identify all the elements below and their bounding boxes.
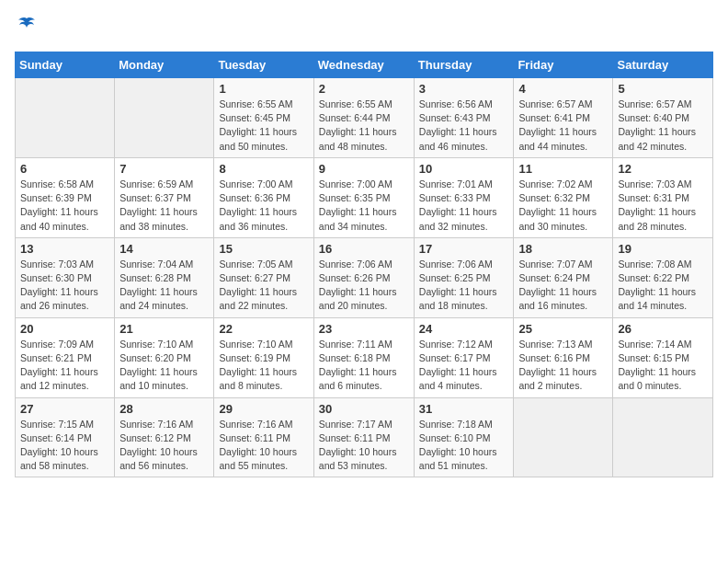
calendar-cell xyxy=(16,78,115,158)
calendar-cell: 15Sunrise: 7:05 AM Sunset: 6:27 PM Dayli… xyxy=(214,237,313,317)
day-info: Sunrise: 7:16 AM Sunset: 6:11 PM Dayligh… xyxy=(219,418,308,474)
day-info: Sunrise: 7:06 AM Sunset: 6:26 PM Dayligh… xyxy=(319,258,409,314)
calendar-cell: 28Sunrise: 7:16 AM Sunset: 6:12 PM Dayli… xyxy=(115,397,214,477)
day-info: Sunrise: 7:01 AM Sunset: 6:33 PM Dayligh… xyxy=(419,178,509,234)
column-header-saturday: Saturday xyxy=(613,52,713,78)
day-info: Sunrise: 7:05 AM Sunset: 6:27 PM Dayligh… xyxy=(219,258,308,314)
calendar-cell xyxy=(613,397,713,477)
day-number: 24 xyxy=(419,322,509,336)
day-info: Sunrise: 7:10 AM Sunset: 6:20 PM Dayligh… xyxy=(119,338,209,394)
calendar-week-4: 20Sunrise: 7:09 AM Sunset: 6:21 PM Dayli… xyxy=(16,317,713,397)
day-number: 23 xyxy=(319,322,409,336)
calendar-cell: 29Sunrise: 7:16 AM Sunset: 6:11 PM Dayli… xyxy=(214,397,313,477)
day-info: Sunrise: 7:17 AM Sunset: 6:11 PM Dayligh… xyxy=(319,418,409,474)
day-info: Sunrise: 7:07 AM Sunset: 6:24 PM Dayligh… xyxy=(518,258,608,314)
calendar-cell: 10Sunrise: 7:01 AM Sunset: 6:33 PM Dayli… xyxy=(414,157,514,237)
calendar-cell xyxy=(115,78,214,158)
day-number: 22 xyxy=(219,322,308,336)
day-number: 17 xyxy=(419,242,509,256)
calendar-cell: 8Sunrise: 7:00 AM Sunset: 6:36 PM Daylig… xyxy=(214,157,313,237)
calendar-cell: 20Sunrise: 7:09 AM Sunset: 6:21 PM Dayli… xyxy=(16,317,115,397)
day-number: 20 xyxy=(20,322,109,336)
column-header-friday: Friday xyxy=(514,52,613,78)
day-number: 21 xyxy=(119,322,209,336)
day-number: 2 xyxy=(319,82,409,96)
calendar-cell: 2Sunrise: 6:55 AM Sunset: 6:44 PM Daylig… xyxy=(313,78,414,158)
day-info: Sunrise: 7:12 AM Sunset: 6:17 PM Dayligh… xyxy=(419,338,509,394)
day-info: Sunrise: 7:02 AM Sunset: 6:32 PM Dayligh… xyxy=(518,178,608,234)
calendar-cell: 21Sunrise: 7:10 AM Sunset: 6:20 PM Dayli… xyxy=(115,317,214,397)
day-number: 13 xyxy=(20,242,109,256)
day-number: 12 xyxy=(618,162,708,176)
day-number: 29 xyxy=(219,402,308,416)
column-header-thursday: Thursday xyxy=(414,52,514,78)
calendar-cell: 19Sunrise: 7:08 AM Sunset: 6:22 PM Dayli… xyxy=(613,237,713,317)
calendar-cell: 30Sunrise: 7:17 AM Sunset: 6:11 PM Dayli… xyxy=(313,397,414,477)
day-info: Sunrise: 6:57 AM Sunset: 6:41 PM Dayligh… xyxy=(518,98,608,154)
day-number: 3 xyxy=(419,82,509,96)
logo xyxy=(15,15,37,40)
day-number: 11 xyxy=(518,162,608,176)
day-number: 18 xyxy=(518,242,608,256)
calendar-cell: 12Sunrise: 7:03 AM Sunset: 6:31 PM Dayli… xyxy=(613,157,713,237)
page-header xyxy=(15,15,713,40)
day-number: 26 xyxy=(618,322,708,336)
calendar-table: SundayMondayTuesdayWednesdayThursdayFrid… xyxy=(15,52,713,477)
day-number: 7 xyxy=(119,162,209,176)
calendar-cell: 18Sunrise: 7:07 AM Sunset: 6:24 PM Dayli… xyxy=(514,237,613,317)
day-number: 28 xyxy=(119,402,209,416)
day-number: 19 xyxy=(618,242,708,256)
calendar-cell: 5Sunrise: 6:57 AM Sunset: 6:40 PM Daylig… xyxy=(613,78,713,158)
calendar-cell: 24Sunrise: 7:12 AM Sunset: 6:17 PM Dayli… xyxy=(414,317,514,397)
calendar-week-1: 1Sunrise: 6:55 AM Sunset: 6:45 PM Daylig… xyxy=(16,78,713,158)
calendar-cell: 23Sunrise: 7:11 AM Sunset: 6:18 PM Dayli… xyxy=(313,317,414,397)
calendar-week-3: 13Sunrise: 7:03 AM Sunset: 6:30 PM Dayli… xyxy=(16,237,713,317)
calendar-header-row: SundayMondayTuesdayWednesdayThursdayFrid… xyxy=(16,52,713,78)
day-info: Sunrise: 7:13 AM Sunset: 6:16 PM Dayligh… xyxy=(518,338,608,394)
day-info: Sunrise: 7:14 AM Sunset: 6:15 PM Dayligh… xyxy=(618,338,708,394)
calendar-cell: 9Sunrise: 7:00 AM Sunset: 6:35 PM Daylig… xyxy=(313,157,414,237)
day-number: 8 xyxy=(219,162,308,176)
day-number: 14 xyxy=(119,242,209,256)
day-info: Sunrise: 7:16 AM Sunset: 6:12 PM Dayligh… xyxy=(119,418,209,474)
calendar-cell: 4Sunrise: 6:57 AM Sunset: 6:41 PM Daylig… xyxy=(514,78,613,158)
calendar-cell: 13Sunrise: 7:03 AM Sunset: 6:30 PM Dayli… xyxy=(16,237,115,317)
day-number: 31 xyxy=(419,402,509,416)
calendar-cell: 3Sunrise: 6:56 AM Sunset: 6:43 PM Daylig… xyxy=(414,78,514,158)
day-number: 15 xyxy=(219,242,308,256)
calendar-cell: 1Sunrise: 6:55 AM Sunset: 6:45 PM Daylig… xyxy=(214,78,313,158)
day-info: Sunrise: 7:00 AM Sunset: 6:35 PM Dayligh… xyxy=(319,178,409,234)
calendar-week-2: 6Sunrise: 6:58 AM Sunset: 6:39 PM Daylig… xyxy=(16,157,713,237)
day-number: 25 xyxy=(518,322,608,336)
day-info: Sunrise: 7:03 AM Sunset: 6:31 PM Dayligh… xyxy=(618,178,708,234)
day-info: Sunrise: 6:57 AM Sunset: 6:40 PM Dayligh… xyxy=(618,98,708,154)
column-header-monday: Monday xyxy=(115,52,214,78)
calendar-cell: 14Sunrise: 7:04 AM Sunset: 6:28 PM Dayli… xyxy=(115,237,214,317)
day-info: Sunrise: 6:55 AM Sunset: 6:45 PM Dayligh… xyxy=(219,98,308,154)
calendar-cell: 26Sunrise: 7:14 AM Sunset: 6:15 PM Dayli… xyxy=(613,317,713,397)
day-number: 1 xyxy=(219,82,308,96)
day-number: 10 xyxy=(419,162,509,176)
day-info: Sunrise: 6:55 AM Sunset: 6:44 PM Dayligh… xyxy=(319,98,409,154)
day-info: Sunrise: 7:06 AM Sunset: 6:25 PM Dayligh… xyxy=(419,258,509,314)
column-header-wednesday: Wednesday xyxy=(313,52,414,78)
day-info: Sunrise: 7:03 AM Sunset: 6:30 PM Dayligh… xyxy=(20,258,109,314)
day-number: 6 xyxy=(20,162,109,176)
calendar-cell: 11Sunrise: 7:02 AM Sunset: 6:32 PM Dayli… xyxy=(514,157,613,237)
day-info: Sunrise: 7:08 AM Sunset: 6:22 PM Dayligh… xyxy=(618,258,708,314)
calendar-cell: 31Sunrise: 7:18 AM Sunset: 6:10 PM Dayli… xyxy=(414,397,514,477)
day-info: Sunrise: 7:04 AM Sunset: 6:28 PM Dayligh… xyxy=(119,258,209,314)
day-info: Sunrise: 7:10 AM Sunset: 6:19 PM Dayligh… xyxy=(219,338,308,394)
calendar-cell xyxy=(514,397,613,477)
day-number: 30 xyxy=(319,402,409,416)
day-info: Sunrise: 7:15 AM Sunset: 6:14 PM Dayligh… xyxy=(20,418,109,474)
day-number: 5 xyxy=(618,82,708,96)
calendar-cell: 27Sunrise: 7:15 AM Sunset: 6:14 PM Dayli… xyxy=(16,397,115,477)
day-info: Sunrise: 6:56 AM Sunset: 6:43 PM Dayligh… xyxy=(419,98,509,154)
day-info: Sunrise: 7:18 AM Sunset: 6:10 PM Dayligh… xyxy=(419,418,509,474)
day-number: 27 xyxy=(20,402,109,416)
column-header-tuesday: Tuesday xyxy=(214,52,313,78)
calendar-cell: 7Sunrise: 6:59 AM Sunset: 6:37 PM Daylig… xyxy=(115,157,214,237)
day-info: Sunrise: 7:00 AM Sunset: 6:36 PM Dayligh… xyxy=(219,178,308,234)
calendar-cell: 6Sunrise: 6:58 AM Sunset: 6:39 PM Daylig… xyxy=(16,157,115,237)
